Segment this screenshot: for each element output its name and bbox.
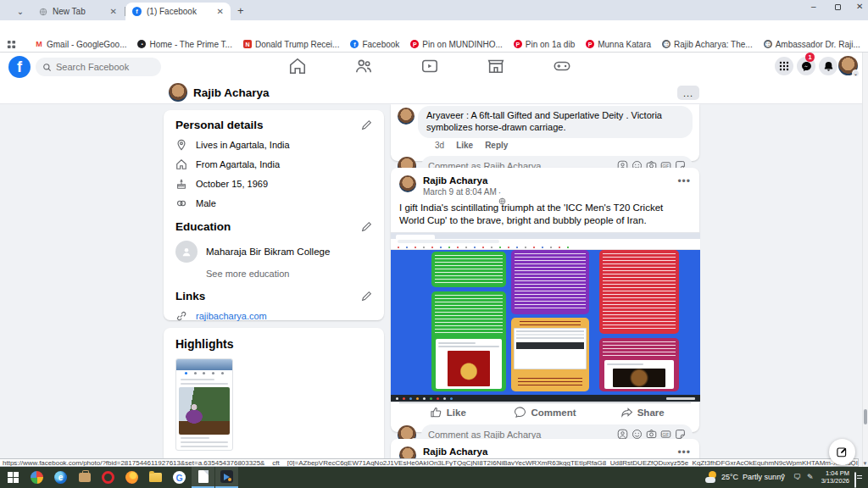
taskbar-app-media[interactable]: [215, 467, 238, 488]
start-button[interactable]: [2, 467, 25, 488]
website-link[interactable]: rajibacharya.com: [196, 311, 267, 321]
new-tab-button[interactable]: +: [237, 5, 244, 17]
bookmark-item[interactable]: Ambassador Dr. Raji...: [764, 40, 860, 49]
embedded-screenshot-thumb: [514, 328, 587, 369]
taskbar-app-google[interactable]: G: [168, 467, 191, 488]
tab-new-tab[interactable]: New Tab ✕: [32, 3, 124, 20]
location-pin-icon: [175, 139, 187, 151]
taskbar-app-pinwheel[interactable]: [25, 467, 48, 488]
see-more-education-link[interactable]: See more education: [206, 269, 372, 279]
tray-chevron-icon[interactable]: ⌃: [780, 473, 787, 481]
thumbnail-text-line: [181, 441, 228, 443]
share-arrow-icon: [620, 406, 633, 419]
close-window-icon[interactable]: ✕: [856, 2, 863, 11]
highlights-thumbnail[interactable]: [175, 358, 233, 451]
birthday-cake-icon: [175, 178, 187, 190]
bookmark-label: Munna Katara: [598, 40, 651, 49]
account-avatar[interactable]: ⌄: [838, 56, 858, 75]
bookmark-label: Gmail - GoogleGoo...: [47, 40, 126, 49]
watch-icon[interactable]: [420, 57, 441, 77]
comment-like-button[interactable]: Like: [456, 141, 473, 150]
post-author-avatar[interactable]: [399, 175, 416, 192]
close-tab-icon[interactable]: ✕: [110, 7, 117, 16]
post-author-name[interactable]: Rajib Acharya: [423, 446, 506, 458]
tab-search-button[interactable]: ⌄: [14, 4, 27, 18]
comment-button[interactable]: Comment: [497, 403, 594, 422]
marketplace-icon[interactable]: [487, 57, 507, 77]
post-author-avatar[interactable]: [399, 446, 416, 458]
detail-row: From Agartala, India: [175, 158, 372, 170]
facebook-search[interactable]: [36, 58, 161, 76]
tray-pen-icon[interactable]: ✎: [807, 473, 814, 481]
bookmark-item[interactable]: Donald Trump Recei...: [243, 40, 340, 49]
profile-avatar[interactable]: [169, 83, 187, 102]
taskbar-weather[interactable]: 25°C Partly sunny: [705, 471, 785, 483]
bookmark-item[interactable]: Home - The Prime T...: [137, 40, 231, 49]
globe-icon: [662, 40, 670, 48]
bookmark-item[interactable]: Munna Katara: [586, 40, 651, 49]
bookmark-label: Pin on MUNDINHO...: [422, 40, 502, 49]
notification-center-icon[interactable]: [854, 473, 856, 488]
taskbar-app-firefox[interactable]: [120, 467, 143, 488]
like-button[interactable]: Like: [399, 403, 497, 422]
profile-more-button[interactable]: ...: [677, 86, 699, 100]
svg-text:GIF: GIF: [663, 433, 670, 437]
taskbar-app-edge[interactable]: e: [49, 467, 72, 488]
gaming-icon[interactable]: [553, 57, 573, 77]
page-scrollbar-track[interactable]: [862, 53, 868, 467]
post-card: Rajib Acharya March 9 at 8:04 AM ••• I g…: [391, 168, 699, 432]
edit-pencil-icon[interactable]: [361, 291, 372, 302]
search-input[interactable]: [56, 62, 149, 72]
apps-menu-button[interactable]: [775, 57, 793, 75]
minimize-window-icon[interactable]: –: [811, 2, 816, 11]
maximize-window-icon[interactable]: [835, 4, 841, 10]
bookmark-item[interactable]: Rajib Acharya: The...: [662, 40, 753, 49]
notifications-bell-button[interactable]: [819, 57, 837, 75]
bookmark-item[interactable]: Pin on MUNDINHO...: [410, 40, 502, 49]
side-panel-grid-icon[interactable]: [7, 40, 16, 49]
tab-label: New Tab: [53, 7, 105, 16]
facebook-logo[interactable]: f: [8, 56, 31, 78]
tab-facebook[interactable]: (1) Facebook ✕: [125, 3, 231, 20]
comment-reply-button[interactable]: Reply: [485, 141, 508, 150]
screenshot-toolbar: [391, 239, 700, 245]
commenter-avatar[interactable]: [398, 108, 415, 125]
home-icon[interactable]: [288, 57, 309, 77]
post-options-icon[interactable]: •••: [677, 175, 691, 187]
post-timestamp[interactable]: March 9 at 8:04 AM: [423, 187, 497, 197]
link-icon: [175, 310, 187, 322]
taskbar-app-document[interactable]: [192, 467, 214, 488]
screenshot-page: [391, 250, 700, 395]
profile-sticky-bar: [0, 81, 868, 104]
taskbar-app-file-explorer[interactable]: [144, 467, 167, 488]
bookmark-item[interactable]: Pin on 1a dib: [514, 40, 575, 49]
comment-bubble-icon: [514, 406, 526, 419]
close-tab-icon[interactable]: ✕: [217, 7, 224, 16]
detail-text: Lives in Agartala, India: [196, 140, 290, 150]
highlights-card: Highlights: [164, 328, 384, 458]
bookmark-label: Ambassador Dr. Raji...: [776, 40, 860, 49]
tray-chat-icon[interactable]: 🗨: [793, 473, 801, 481]
scrollbar-down-arrow[interactable]: ▼: [862, 459, 868, 467]
post-author-name[interactable]: Rajib Acharya: [423, 175, 506, 187]
detail-row: October 15, 1969: [175, 178, 372, 190]
education-row[interactable]: Maharaja Bir Bikram College: [175, 241, 372, 263]
bookmarks-bar: Gmail - GoogleGoo... Home - The Prime T.…: [0, 36, 868, 53]
detail-text: From Agartala, India: [196, 159, 280, 169]
gender-icon: [175, 197, 187, 209]
taskbar-clock[interactable]: 1:04 PM 3/13/2026: [815, 469, 849, 485]
friends-icon[interactable]: [354, 57, 375, 77]
post-image[interactable]: [391, 232, 700, 402]
taskbar-app-opera[interactable]: [97, 467, 120, 488]
compose-post-button[interactable]: [829, 439, 855, 465]
bookmark-item[interactable]: Facebook: [350, 40, 399, 49]
pinterest-icon: [586, 40, 594, 48]
page-scrollbar-thumb[interactable]: [864, 409, 868, 424]
post-options-icon[interactable]: •••: [677, 446, 691, 458]
edit-pencil-icon[interactable]: [361, 119, 372, 130]
share-button[interactable]: Share: [593, 403, 691, 422]
bookmark-item[interactable]: Gmail - GoogleGoo...: [35, 40, 126, 49]
edit-pencil-icon[interactable]: [361, 221, 372, 232]
comment-input[interactable]: [428, 430, 614, 440]
taskbar-app-store[interactable]: [73, 467, 96, 488]
